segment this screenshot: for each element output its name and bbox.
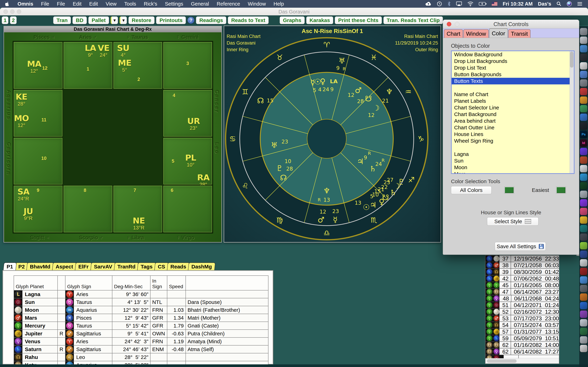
wheel-chart[interactable]: ♈♉♊♋♌♍♎♏♐♑♒♓☿5☉4♀24LA9♂12☋28☽12♅23♇10☊28… <box>224 26 441 242</box>
cloud-upload-icon[interactable] <box>424 0 433 8</box>
dasha-row[interactable]: ☿☿4501/16/2065 08:00 <box>485 282 559 289</box>
dasha-horizontal-scrollbar[interactable] <box>485 358 559 364</box>
color-object-item[interactable]: Chart Selector Line <box>452 104 574 111</box>
dialog-tab-window[interactable]: Window <box>463 29 489 38</box>
list-scrollbar[interactable] <box>570 51 574 173</box>
dasha-row[interactable]: ☿♃5701/31/2077 13:15 <box>485 329 559 335</box>
dasha-row[interactable]: ♄☽3712/19/2056 22:33 <box>485 256 559 262</box>
dock-app-icon[interactable] <box>580 216 587 224</box>
airplay-icon[interactable] <box>455 0 463 8</box>
dock-app-icon[interactable] <box>580 54 587 61</box>
color-object-item[interactable]: House Lines <box>452 131 574 138</box>
menu-item-file[interactable]: File <box>37 1 53 7</box>
tran-button[interactable]: Tran <box>53 17 71 24</box>
dock-app-icon[interactable] <box>580 208 587 215</box>
rasi-cell-libra[interactable]: NE13°R7 <box>113 185 163 233</box>
table-tab-tranrd[interactable]: TranRd <box>114 262 139 270</box>
easiest-swatch[interactable] <box>556 187 566 193</box>
dasha-row[interactable]: ♄♂3807/21/2058 06:03 <box>485 262 559 269</box>
dock-app-icon[interactable] <box>580 96 587 104</box>
dock-app-icon[interactable]: Id <box>580 139 587 147</box>
rasi-chart-body[interactable]: Pisces ♃Aries ♂♀ Taurus☿ GeminiSagitt ♃S… <box>4 32 221 242</box>
color-object-item[interactable]: Drop List Text <box>452 65 574 71</box>
menu-item-tools[interactable]: Tools <box>121 1 140 7</box>
menu-item-help[interactable]: Help <box>270 1 288 7</box>
color-object-item[interactable] <box>452 84 574 91</box>
menu-item-view[interactable]: View <box>102 1 121 7</box>
dialog-tab-color[interactable]: Color <box>489 28 508 38</box>
menu-item-edit[interactable]: Edit <box>69 1 85 7</box>
dasha-row[interactable]: ☿☉5104/12/2071 01:24 <box>485 302 559 309</box>
rasi-cell-leo[interactable]: PL10°RA28°5 <box>163 137 213 185</box>
table-row[interactable]: ♂Mars♓Pisces12° 9’ 43”GFR1.34Matri (Moth… <box>14 314 268 322</box>
dock-app-icon[interactable] <box>580 293 587 301</box>
table-tab-sarvav[interactable]: SarvAV <box>90 262 116 270</box>
color-object-item[interactable]: Wheel Sign Ring <box>452 138 574 144</box>
menu-item-edit[interactable]: Edit <box>85 1 102 7</box>
graphs-button[interactable]: Graphs <box>280 17 305 24</box>
dock-app-icon[interactable] <box>580 328 587 335</box>
wifi-icon[interactable] <box>466 0 475 8</box>
color-object-item[interactable]: Sun <box>452 158 574 164</box>
apple-menu[interactable] <box>0 1 14 6</box>
table-row[interactable]: ☿Mercury♉Taurus5° 15’ 42”GFR1.79Gnati (C… <box>14 322 268 330</box>
dock-app-icon[interactable] <box>580 302 587 309</box>
dock-app-icon[interactable] <box>580 259 587 267</box>
color-object-item[interactable]: Lagna <box>452 151 574 158</box>
color-object-item[interactable]: Chart Background <box>452 111 574 118</box>
dock-app-icon[interactable] <box>580 234 587 241</box>
tran-reads-text-clip-button[interactable]: Tran. Reads Text Clip <box>383 17 443 24</box>
rasi-cell-sagittarius[interactable]: SA24°RJU9°R9 <box>13 185 63 233</box>
dasha-row[interactable]: ♄☊3908/30/2059 01:42 <box>485 269 559 275</box>
dock-app-icon[interactable] <box>580 28 587 35</box>
dasha-row[interactable]: ☿☊5407/15/2074 03:57 <box>485 322 559 329</box>
dasha-scrollbar-thumb[interactable] <box>487 359 517 363</box>
dock-app-icon[interactable] <box>580 225 587 232</box>
dock-app-icon[interactable] <box>580 62 587 70</box>
dock-app-icon[interactable] <box>580 345 587 352</box>
chart-2-button[interactable]: 2 <box>10 17 17 24</box>
all-colors-swatch[interactable] <box>504 187 514 193</box>
reads-to-text-button[interactable]: Reads to Text <box>228 17 269 24</box>
rasi-cell-cancer[interactable]: UR23°4 <box>163 89 213 137</box>
dock-app-icon[interactable] <box>580 250 587 258</box>
dock-app-icon[interactable] <box>580 285 587 292</box>
bluetooth-icon[interactable] <box>446 0 452 8</box>
table-tab-p2[interactable]: P2 <box>15 262 28 270</box>
table-row[interactable]: ☊Rahu♌Leo28° 5’ 22” <box>14 353 268 361</box>
print-these-chts-button[interactable]: Print these Chts <box>335 17 382 24</box>
dasha-row[interactable]: ♄♃4207/06/2062 00:48 <box>485 275 559 282</box>
menu-item-general[interactable]: General <box>187 1 213 7</box>
table-tab-aspect[interactable]: Aspect <box>52 262 77 270</box>
dock-app-icon[interactable]: Ps <box>580 131 587 138</box>
table-row[interactable]: ♄SaturnR♐Sagittarius24° 46’ 43”ENM-0.48A… <box>14 345 268 353</box>
rasi-cell-scorpio[interactable]: 8 <box>63 185 113 233</box>
dialog-tab-chart[interactable]: Chart <box>444 29 463 38</box>
dock-app-icon[interactable] <box>580 319 587 326</box>
all-colors-button[interactable]: All Colors <box>451 186 492 194</box>
table-tab-dashmg[interactable]: DashMg <box>188 262 216 270</box>
dasha-period-list[interactable]: ♄☽3712/19/2056 22:33♄♂3807/21/2058 06:03… <box>485 255 559 364</box>
siri-icon[interactable] <box>565 0 573 8</box>
rasi-cell-aries[interactable]: LA9°VE24°1 <box>63 42 113 89</box>
color-object-item[interactable]: Button Backgrounds <box>452 71 574 78</box>
menu-item-reference[interactable]: Reference <box>213 1 244 7</box>
battery-charging-icon[interactable] <box>477 0 488 8</box>
restore-button[interactable]: Restore <box>129 17 155 24</box>
color-object-item[interactable] <box>452 144 574 151</box>
table-tab-reads[interactable]: Reads <box>167 262 190 270</box>
dock-app-icon[interactable] <box>580 242 587 249</box>
color-object-item[interactable]: Moon <box>452 164 574 171</box>
dock-app-icon[interactable] <box>580 268 587 275</box>
color-object-item[interactable]: Chart Outter Line <box>452 124 574 131</box>
table-tab-bhavmd[interactable]: BhavMd <box>26 262 54 270</box>
window-title-bar[interactable]: Das Goravani <box>0 8 588 15</box>
dock-app-icon[interactable] <box>580 276 587 284</box>
dock-app-icon[interactable] <box>580 45 587 52</box>
readings-button[interactable]: Readings <box>196 17 226 24</box>
rasi-cell-aquarius[interactable]: KE28°MO12°11 <box>13 89 63 137</box>
dasha-row[interactable]: ☋♀6206/14/2082 17:27 <box>485 349 559 355</box>
save-all-settings-button[interactable]: Save All Settings <box>495 242 546 251</box>
menu-item-window[interactable]: Window <box>244 1 270 7</box>
dock-app-icon[interactable] <box>580 156 587 164</box>
